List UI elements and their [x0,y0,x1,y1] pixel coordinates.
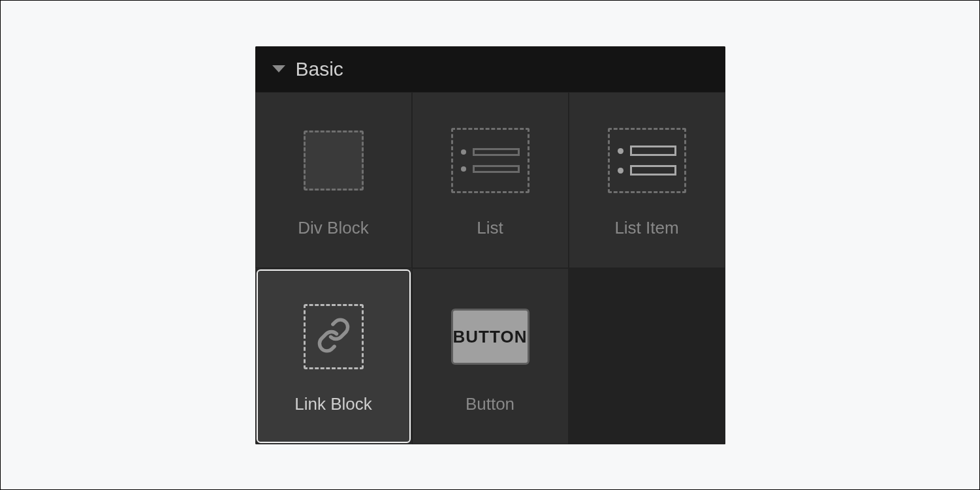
elements-panel: Basic Div Block List [255,46,725,444]
tile-label: Button [466,394,514,414]
list-icon [451,121,530,200]
section-header-basic[interactable]: Basic [255,46,725,92]
element-tile-button[interactable]: BUTTON Button [412,268,569,444]
tile-label: List Item [614,218,678,238]
tile-label: Link Block [294,394,372,414]
section-title: Basic [296,58,343,80]
tile-label: List [477,218,503,238]
element-tile-empty [569,268,725,444]
element-tile-div-block[interactable]: Div Block [255,92,412,268]
element-tile-list-item[interactable]: List Item [569,92,725,268]
list-item-icon [608,121,686,200]
elements-grid: Div Block List List Item [255,92,725,444]
element-tile-list[interactable]: List [412,92,569,268]
link-block-icon [294,298,373,376]
link-icon [316,318,351,356]
button-icon: BUTTON [451,298,530,376]
tile-label: Div Block [298,218,368,238]
div-block-icon [294,121,373,200]
button-icon-text: BUTTON [451,309,530,365]
chevron-down-icon [272,65,285,72]
element-tile-link-block[interactable]: Link Block [255,268,412,444]
